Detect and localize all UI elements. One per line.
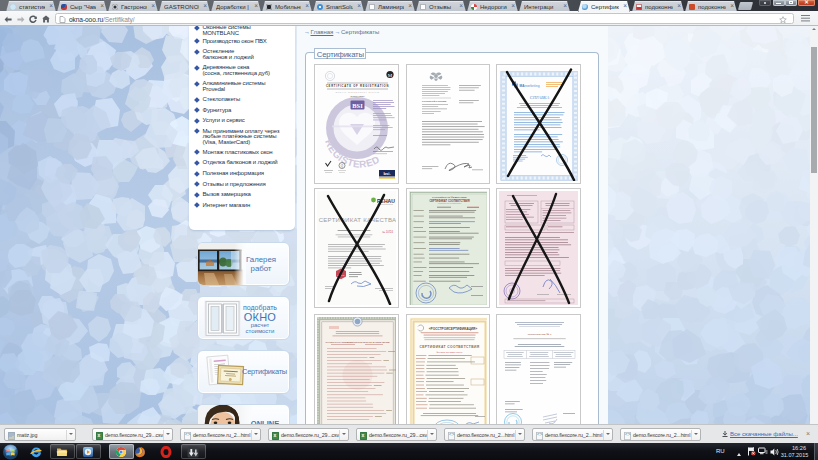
svg-text:M: M (388, 72, 393, 77)
svg-text:№ РОСС RU.СЛ28.Н01049: № РОСС RU.СЛ28.Н01049 (436, 350, 463, 352)
svg-text:СЕРТИФИКАТ СООТВЕТСТВИЯ: СЕРТИФИКАТ СООТВЕТСТВИЯ (419, 345, 479, 349)
svg-text:ГОССТРОЙ РОССИИ: ГОССТРОЙ РОССИИ (422, 100, 446, 103)
svg-text:РОССИЙСКАЯ ФЕДЕРАЦИЯ: РОССИЙСКАЯ ФЕДЕРАЦИЯ (432, 195, 467, 198)
svg-text:BSI: BSI (352, 101, 363, 108)
svg-text:CERTIFICATE OF REGISTRATION: CERTIFICATE OF REGISTRATION (326, 84, 389, 88)
svg-text:(обязательная сертификация): (обязательная сертификация) (437, 202, 461, 204)
svg-text:MAmarketing: MAmarketing (520, 83, 540, 87)
svg-text:СЕРТИФИКАТ КАЧЕСТВА: СЕРТИФИКАТ КАЧЕСТВА (319, 217, 396, 223)
svg-text:ПРИЛОЖЕНИЕ № 1: ПРИЛОЖЕНИЕ № 1 (528, 333, 552, 336)
svg-text:Quality Management System: Quality Management System (335, 91, 379, 93)
svg-text:«РОССТРОЙСЕРТИФИКАЦИЯ»: «РОССТРОЙСЕРТИФИКАЦИЯ» (428, 326, 477, 330)
svg-text:САНИТАРНО-ЭПИДЕМИОЛОГИЧЕСКОЕ З: САНИТАРНО-ЭПИДЕМИОЛОГИЧЕСКОЕ ЗАКЛЮЧЕНИЕ (325, 340, 389, 343)
svg-text:СПРАВКА: СПРАВКА (530, 94, 550, 99)
svg-text:№ 10724: № 10724 (382, 230, 393, 234)
svg-text:bsi.: bsi. (383, 171, 390, 176)
